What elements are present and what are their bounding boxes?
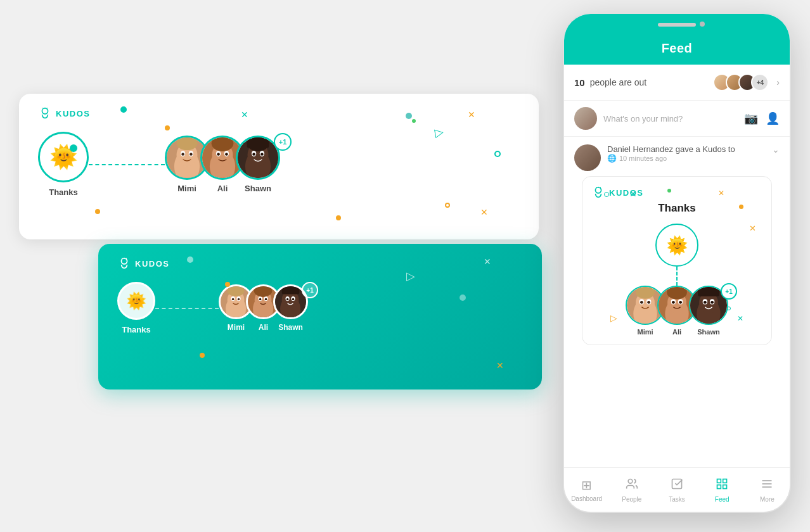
kudos-logo-phone: KUDOS [591, 186, 762, 200]
kudos-brand-label-phone: KUDOS [609, 188, 643, 198]
recipients-section: Mimi [165, 136, 280, 193]
recipient-col-shawn-teal: Shawn +1 [273, 284, 308, 332]
phone-speaker [658, 23, 696, 27]
phone-recipients: Mimi [626, 286, 728, 336]
nav-item-tasks[interactable]: Tasks [654, 478, 699, 503]
svg-rect-90 [723, 484, 727, 488]
svg-rect-56 [282, 286, 300, 294]
nav-label-more: More [760, 496, 775, 503]
kudos-logo: KUDOS [38, 106, 520, 120]
post-meta: Daniel Hernandez gave a Kudos to 🌐 10 mi… [607, 144, 766, 163]
compose-bar[interactable]: What's on your mind? 📷 👤 [564, 101, 790, 137]
svg-point-39 [238, 298, 240, 301]
svg-point-85 [628, 479, 633, 483]
phone-name-ali: Ali [672, 328, 681, 336]
badge-emoji-teal: 🌞 [126, 291, 146, 311]
camera-icon[interactable]: 📷 [744, 111, 758, 125]
svg-point-38 [232, 298, 235, 301]
decor-x-phone: ✕ [718, 189, 724, 198]
svg-point-26 [260, 153, 264, 156]
nav-item-feed[interactable]: Feed [700, 478, 745, 503]
nav-label-people: People [622, 496, 641, 503]
recipient-name-shawn-teal: Shawn [278, 323, 303, 332]
nav-item-people[interactable]: People [609, 478, 654, 503]
kudos-card-phone: ✕ ✕ ▷ ✕ ✕ [582, 176, 772, 345]
phone-nav: ⊞ Dashboard People Tasks [564, 467, 790, 512]
kudos-brand-label-teal: KUDOS [135, 259, 169, 269]
badge-thanks-label-teal: Thanks [122, 325, 151, 334]
phone-header: Feed [564, 14, 790, 65]
decor-x-phone4: ✕ [749, 224, 756, 233]
compose-icons: 📷 👤 [744, 111, 780, 125]
feed-post: Daniel Hernandez gave a Kudos to 🌐 10 mi… [564, 137, 790, 345]
recipient-name-ali: Ali [217, 184, 228, 193]
kudos-badge-teal: 🌞 [117, 282, 155, 320]
svg-point-55 [292, 298, 295, 301]
post-avatar [574, 144, 601, 171]
decor-dot-phone2 [667, 189, 671, 193]
decor-circle [445, 203, 450, 208]
post-time: 🌐 10 minutes ago [607, 154, 766, 163]
svg-point-17 [217, 153, 220, 156]
flow-line [89, 164, 165, 165]
svg-point-18 [225, 153, 228, 156]
kudos-brand-label: KUDOS [56, 109, 90, 118]
svg-line-31 [122, 258, 122, 258]
svg-line-60 [600, 187, 601, 187]
avatar-stack: +4 [713, 73, 769, 91]
recipient-name-mimi: Mimi [177, 184, 196, 193]
svg-point-9 [181, 153, 184, 156]
kudos-logo-icon-teal [117, 256, 131, 270]
nav-item-more[interactable]: More [745, 478, 790, 503]
svg-point-82 [704, 301, 707, 304]
decor-dot [200, 353, 205, 358]
post-header: Daniel Hernandez gave a Kudos to 🌐 10 mi… [574, 144, 780, 171]
phone-badge-circle: 🌞 [655, 224, 698, 267]
svg-point-0 [42, 108, 48, 114]
compose-placeholder[interactable]: What's on your mind? [603, 114, 738, 124]
badge-emoji: 🌞 [49, 144, 78, 170]
phone-content[interactable]: 10 people are out +4 › What's on your mi… [564, 65, 790, 467]
svg-point-46 [259, 298, 262, 301]
person-add-icon[interactable]: 👤 [766, 111, 780, 125]
svg-rect-28 [247, 137, 269, 148]
phone-thanks-title: Thanks [591, 202, 762, 215]
svg-point-57 [595, 187, 601, 193]
people-out-bar: 10 people are out +4 › [564, 65, 790, 101]
phone-name-mimi: Mimi [637, 328, 653, 336]
svg-rect-88 [723, 479, 727, 483]
phone-plus-badge: +1 [721, 283, 737, 300]
phone-recipient-shawn: Shawn +1 [689, 286, 728, 336]
phone-flow-line [676, 267, 678, 286]
svg-rect-89 [717, 484, 721, 488]
dashboard-icon: ⊞ [581, 478, 592, 493]
decor-x: ✕ [496, 360, 504, 370]
svg-point-66 [640, 301, 643, 304]
avatar-plus-small: +4 [751, 73, 769, 91]
svg-point-47 [265, 298, 267, 301]
svg-point-29 [121, 258, 127, 264]
svg-point-30 [124, 258, 125, 259]
decor-dot [165, 125, 170, 130]
svg-rect-87 [717, 479, 721, 483]
recipient-col-shawn: Shawn +1 [236, 136, 280, 193]
people-icon [626, 478, 638, 493]
decor-tri-phone: ▷ [610, 313, 617, 323]
people-out-count: 10 [574, 77, 585, 88]
tasks-icon [671, 478, 683, 493]
kudos-logo-icon [38, 106, 52, 120]
decor-plus: ✕ [480, 207, 488, 217]
post-author: Daniel Hernandez gave a Kudos to [607, 144, 766, 154]
decor-dot-phone [739, 205, 743, 209]
chevron-right-icon[interactable]: › [776, 77, 780, 87]
phone-name-shawn: Shawn [697, 328, 719, 336]
compose-avatar [574, 107, 597, 130]
more-icon [761, 478, 773, 493]
svg-point-25 [252, 153, 255, 156]
post-chevron-icon[interactable]: ⌄ [772, 144, 780, 155]
phone-camera [700, 22, 705, 27]
svg-point-1 [44, 108, 46, 109]
svg-point-67 [647, 301, 650, 304]
svg-point-74 [672, 301, 675, 304]
nav-item-dashboard[interactable]: ⊞ Dashboard [564, 478, 609, 502]
